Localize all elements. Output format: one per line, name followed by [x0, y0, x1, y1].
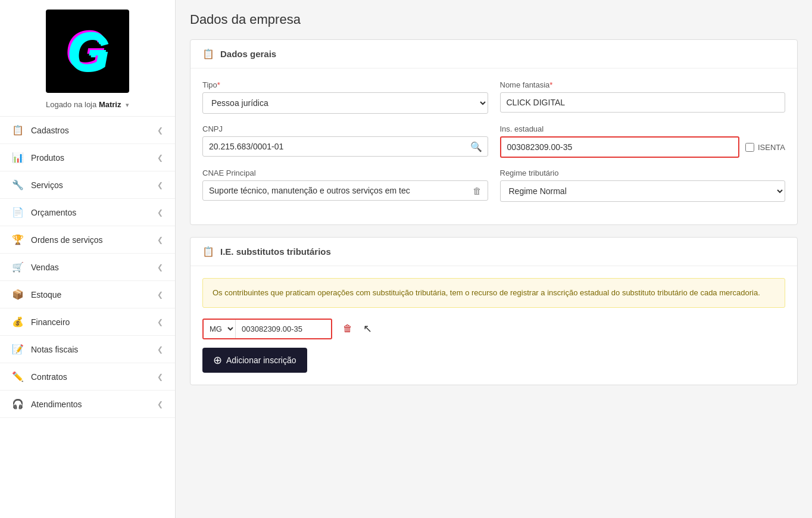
- sidebar-item-contratos[interactable]: ✏️ Contratos ❮: [0, 363, 175, 391]
- ordens-icon: 🏆: [12, 234, 24, 245]
- sidebar-item-atendimentos[interactable]: 🎧 Atendimentos ❮: [0, 391, 175, 418]
- ie-substitutos-header: 📋 I.E. substitutos tributários: [190, 238, 797, 266]
- sidebar-item-label: Contratos: [31, 372, 67, 382]
- sidebar-item-label: Vendas: [31, 263, 59, 272]
- contratos-icon: ✏️: [12, 371, 24, 382]
- chevron-icon: ❮: [157, 236, 163, 244]
- chevron-icon: ❮: [157, 263, 163, 272]
- tipo-select[interactable]: Pessoa jurídica Pessoa física: [202, 92, 488, 114]
- ie-section-icon: 📋: [202, 246, 214, 257]
- dados-gerais-icon: 📋: [202, 48, 214, 60]
- sidebar-item-label: Serviços: [31, 180, 63, 190]
- regime-group: Regime tributário Regime Normal Simples …: [500, 168, 786, 202]
- main-content: Dados da empresa 📋 Dados gerais Tipo* Pe…: [176, 0, 812, 518]
- logo-letter: G: [67, 24, 108, 78]
- sidebar-item-vendas[interactable]: 🛒 Vendas ❮: [0, 254, 175, 281]
- orcamentos-icon: 📄: [12, 207, 24, 218]
- cnpj-label: CNPJ: [202, 124, 488, 133]
- sidebar-item-label: Atendimentos: [31, 400, 82, 409]
- sidebar-item-label: Estoque: [31, 290, 61, 299]
- ins-estadual-row: ISENTA: [500, 136, 786, 158]
- ie-substitutos-body: Os contribuintes que praticam operações …: [190, 266, 797, 385]
- isenta-label: ISENTA: [758, 143, 785, 152]
- sidebar-item-cadastros[interactable]: 📋 Cadastros ❮: [0, 117, 175, 144]
- cnpj-input-wrapper: 🔍: [202, 136, 488, 157]
- chevron-icon: ❮: [157, 373, 163, 381]
- logo-image: G: [46, 10, 129, 93]
- sidebar-item-estoque[interactable]: 📦 Estoque ❮: [0, 281, 175, 308]
- chevron-icon: ❮: [157, 291, 163, 299]
- sidebar-item-label: Cadastros: [31, 126, 69, 135]
- sidebar-item-orcamentos[interactable]: 📄 Orçamentos ❮: [0, 199, 175, 226]
- sidebar-item-servicos[interactable]: 🔧 Serviços ❮: [0, 171, 175, 199]
- tipo-group: Tipo* Pessoa jurídica Pessoa física: [202, 80, 488, 114]
- sidebar: G Logado na loja Matriz ▾ 📋 Cadastros ❮ …: [0, 0, 176, 518]
- dados-gerais-card: 📋 Dados gerais Tipo* Pessoa jurídica Pes…: [190, 39, 798, 225]
- main-nav: 📋 Cadastros ❮ 📊 Produtos ❮ 🔧 Serviços ❮ …: [0, 117, 175, 418]
- nome-fantasia-group: Nome fantasia*: [500, 80, 786, 114]
- chevron-icon: ❮: [157, 318, 163, 326]
- ins-estadual-group: Ins. estadual ISENTA: [500, 124, 786, 158]
- isenta-checkbox[interactable]: [745, 143, 754, 152]
- chevron-icon: ❮: [157, 400, 163, 408]
- cursor-indicator: ↖: [363, 322, 372, 335]
- ie-substitutos-title: I.E. substitutos tributários: [220, 246, 331, 257]
- store-name: Matriz: [99, 100, 121, 109]
- ie-substitutos-card: 📋 I.E. substitutos tributários Os contri…: [190, 237, 798, 385]
- regime-select[interactable]: Regime Normal Simples Nacional MEI: [500, 180, 786, 202]
- cnae-input[interactable]: [203, 181, 467, 200]
- regime-label: Regime tributário: [500, 168, 786, 177]
- dados-gerais-body: Tipo* Pessoa jurídica Pessoa física Nome…: [190, 68, 797, 224]
- chevron-icon: ❮: [157, 181, 163, 189]
- add-icon: ⊕: [213, 354, 222, 367]
- cnae-input-wrapper: 🗑: [202, 180, 488, 201]
- sub-state-select[interactable]: MG SP RJ ACALAPAM BACEDFES GOMAMTMS PAPB…: [204, 320, 236, 338]
- dados-gerais-header: 📋 Dados gerais: [190, 40, 797, 68]
- servicos-icon: 🔧: [12, 179, 24, 191]
- chevron-icon: ❮: [157, 208, 163, 217]
- store-label: Logado na loja Matriz ▾: [46, 100, 129, 109]
- cnae-trash-button[interactable]: 🗑: [467, 182, 488, 199]
- atendimentos-icon: 🎧: [12, 398, 24, 410]
- ins-estadual-label: Ins. estadual: [500, 124, 786, 133]
- sidebar-item-label: Ordens de serviços: [31, 235, 103, 245]
- page-title: Dados da empresa: [190, 12, 798, 27]
- substitutos-row: MG SP RJ ACALAPAM BACEDFES GOMAMTMS PAPB…: [202, 319, 785, 339]
- sidebar-item-label: Notas fiscais: [31, 345, 78, 354]
- financeiro-icon: 💰: [12, 316, 24, 327]
- produtos-icon: 📊: [12, 152, 24, 163]
- cadastros-icon: 📋: [12, 124, 24, 136]
- tipo-label: Tipo*: [202, 80, 488, 89]
- cnpj-group: CNPJ 🔍: [202, 124, 488, 158]
- sidebar-item-financeiro[interactable]: 💰 Financeiro ❮: [0, 308, 175, 336]
- sidebar-logo-area: G Logado na loja Matriz ▾: [0, 0, 175, 117]
- info-box: Os contribuintes que praticam operações …: [202, 278, 785, 308]
- add-button-label: Adicionar inscrição: [226, 355, 296, 365]
- chevron-icon: ❮: [157, 126, 163, 135]
- sidebar-item-produtos[interactable]: 📊 Produtos ❮: [0, 144, 175, 171]
- sidebar-item-label: Orçamentos: [31, 208, 76, 217]
- sub-trash-button[interactable]: 🗑: [337, 320, 358, 338]
- search-icon[interactable]: 🔍: [470, 141, 482, 152]
- sidebar-item-notas[interactable]: 📝 Notas fiscais ❮: [0, 336, 175, 363]
- sub-ie-input[interactable]: [236, 320, 331, 338]
- sidebar-item-label: Financeiro: [31, 317, 70, 327]
- form-row-1: Tipo* Pessoa jurídica Pessoa física Nome…: [202, 80, 785, 114]
- sub-row-box: MG SP RJ ACALAPAM BACEDFES GOMAMTMS PAPB…: [202, 319, 332, 339]
- chevron-icon: ❮: [157, 154, 163, 162]
- ins-estadual-input[interactable]: [500, 136, 740, 158]
- sidebar-item-ordens[interactable]: 🏆 Ordens de serviços ❮: [0, 226, 175, 254]
- isenta-row: ISENTA: [745, 143, 785, 152]
- chevron-icon: ❮: [157, 345, 163, 354]
- cnpj-input[interactable]: [202, 136, 488, 157]
- form-row-3: CNAE Principal 🗑 Regime tributário Regim…: [202, 168, 785, 202]
- nome-fantasia-input[interactable]: [500, 92, 786, 113]
- sidebar-item-label: Produtos: [31, 153, 64, 163]
- store-dropdown-arrow[interactable]: ▾: [126, 101, 129, 108]
- nome-fantasia-label: Nome fantasia*: [500, 80, 786, 89]
- info-text: Os contribuintes que praticam operações …: [213, 288, 760, 297]
- notas-icon: 📝: [12, 344, 24, 355]
- cnae-label: CNAE Principal: [202, 168, 488, 177]
- add-inscricao-button[interactable]: ⊕ Adicionar inscrição: [202, 348, 307, 373]
- vendas-icon: 🛒: [12, 261, 24, 273]
